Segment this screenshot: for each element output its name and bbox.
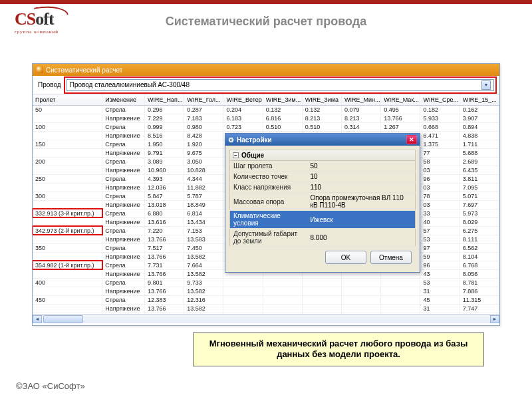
property-row[interactable]: Допустимый габарит до земли8.000: [230, 229, 416, 247]
group-label: Общие: [241, 152, 264, 159]
ok-button[interactable]: OK: [325, 251, 366, 264]
column-header[interactable]: WIRE_Нап...: [145, 94, 184, 105]
cell: 4.393: [145, 174, 184, 183]
window-titlebar[interactable]: Систематический расчет: [33, 64, 499, 76]
cell: [223, 304, 263, 313]
property-value[interactable]: 8.000: [307, 229, 416, 247]
cell: 9.801: [145, 278, 184, 287]
cell: 3.050: [184, 157, 223, 166]
cell: [33, 287, 102, 295]
cancel-button[interactable]: Отмена: [370, 251, 412, 264]
column-header[interactable]: WIRE_Ветер: [223, 94, 263, 105]
table-row[interactable]: 400Стрела9.8019.733538.781: [33, 278, 499, 287]
property-key: Шаг пролета: [230, 161, 307, 172]
column-header[interactable]: Пролет: [33, 94, 102, 105]
cell: [342, 304, 381, 313]
property-grid[interactable]: Шаг пролета50Количество точек10Класс нап…: [229, 161, 416, 247]
cell: 13.582: [184, 252, 223, 261]
property-value[interactable]: 50: [307, 161, 416, 172]
property-row[interactable]: Шаг пролета50: [230, 161, 416, 172]
wire-select[interactable]: Провод сталеалюминиевый АС-300/48 ▼: [66, 79, 494, 91]
column-header[interactable]: WIRE_Зим...: [263, 94, 302, 105]
wire-select-value: Провод сталеалюминиевый АС-300/48: [70, 81, 190, 88]
wire-label: Провод: [38, 81, 61, 88]
cell: 13.766: [145, 252, 184, 261]
cell: 13.766: [145, 269, 184, 278]
group-header[interactable]: − Общие: [229, 150, 416, 161]
cell: Стрела: [102, 226, 145, 235]
cell: 7.731: [145, 261, 184, 269]
column-header[interactable]: WIRE_15_...: [460, 94, 499, 105]
table-row[interactable]: 50Стрела0.2960.2870.2040.1320.1320.0790.…: [33, 105, 499, 114]
cell: 5.071: [460, 192, 499, 200]
scroll-left-button[interactable]: ◄: [33, 315, 42, 323]
cell: 03: [420, 166, 460, 174]
cell: 13.766: [381, 114, 420, 122]
cell: [33, 200, 102, 209]
table-row[interactable]: Напряжение13.76613.582317.747: [33, 304, 499, 313]
cell: 332.913 (3-й крит.пр.): [33, 209, 102, 217]
table-row[interactable]: 100Стрела0.9990.9800.7230.5100.5100.3141…: [33, 122, 499, 131]
column-header[interactable]: WIRE_Зима: [302, 94, 341, 105]
cell: 6.816: [263, 114, 302, 122]
property-key: Класс напряжения: [230, 182, 307, 193]
table-row[interactable]: 450Стрела12.38312.3164511.315: [33, 295, 499, 304]
cell: Стрела: [102, 209, 145, 217]
horizontal-scrollbar[interactable]: ◄ ►: [33, 314, 499, 323]
cell: [33, 252, 102, 261]
cell: 13.766: [145, 287, 184, 295]
cell: [381, 304, 420, 313]
chevron-down-icon[interactable]: ▼: [481, 80, 491, 90]
cell: 0.204: [223, 105, 263, 114]
cell: 7.095: [460, 183, 499, 192]
property-value[interactable]: Ижевск: [307, 211, 416, 229]
property-value[interactable]: Опора промежуточная ВЛ 110 кВ П110-4В: [307, 193, 416, 211]
cell: 11.315: [460, 295, 499, 304]
scroll-right-button[interactable]: ►: [490, 315, 499, 323]
cell: 6.880: [145, 209, 184, 217]
cell: 77: [420, 148, 460, 157]
cell: 96: [420, 174, 460, 183]
table-row[interactable]: Напряжение7.2297.1836.1836.8168.2138.213…: [33, 114, 499, 122]
table-row[interactable]: Напряжение13.76613.582317.886: [33, 287, 499, 295]
cell: [33, 304, 102, 313]
property-row[interactable]: Массовая опораОпора промежуточная ВЛ 110…: [230, 193, 416, 211]
cell: 0.510: [302, 122, 341, 131]
column-header[interactable]: WIRE_Мак...: [381, 94, 420, 105]
column-header[interactable]: WIRE_Сре...: [420, 94, 460, 105]
cell: 59: [420, 252, 460, 261]
dialog-titlebar[interactable]: ⚙ Настройки ✕: [225, 134, 420, 146]
cell: 6.768: [460, 261, 499, 269]
cell: Стрела: [102, 278, 145, 287]
column-header[interactable]: Изменение: [102, 94, 145, 105]
cell: 1.920: [184, 140, 223, 148]
cell: 4.838: [460, 131, 499, 140]
collapse-icon[interactable]: −: [233, 152, 239, 158]
cell: Напряжение: [102, 287, 145, 295]
cell: 13.766: [145, 304, 184, 313]
cell: 6.183: [223, 114, 263, 122]
cell: 8.213: [342, 114, 381, 122]
property-row[interactable]: Класс напряжения110: [230, 182, 416, 193]
property-value[interactable]: 110: [307, 182, 416, 193]
cell: Напряжение: [102, 131, 145, 140]
cell: 3.089: [145, 157, 184, 166]
property-row[interactable]: Количество точек10: [230, 172, 416, 182]
scroll-thumb[interactable]: [43, 315, 83, 323]
cell: 6.814: [184, 209, 223, 217]
column-header[interactable]: WIRE_Мин...: [342, 94, 381, 105]
property-value[interactable]: 10: [307, 172, 416, 182]
cell: Стрела: [102, 192, 145, 200]
column-header[interactable]: WIRE_Гол...: [184, 94, 223, 105]
cell: 250: [33, 174, 102, 183]
property-row[interactable]: Климатические условияИжевск: [230, 211, 416, 229]
cell: 6.275: [460, 226, 499, 235]
cell: [33, 217, 102, 226]
cell: 0.132: [302, 105, 341, 114]
cell: [342, 287, 381, 295]
close-icon[interactable]: ✕: [406, 135, 417, 144]
cell: 8.213: [302, 114, 341, 122]
cell: Напряжение: [102, 304, 145, 313]
cell: [342, 295, 381, 304]
cell: 6.562: [460, 243, 499, 252]
